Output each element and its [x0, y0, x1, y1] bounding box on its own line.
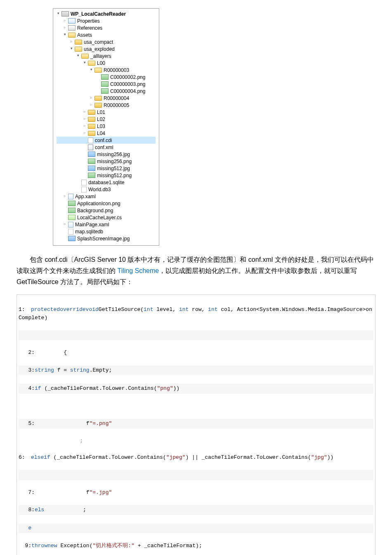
solution-explorer: WP_LocalCacheReader Properties Reference… [53, 8, 159, 246]
tree-file[interactable]: ApplicationIcon.png [57, 200, 156, 207]
folder-icon [94, 103, 102, 108]
folder-icon [94, 96, 102, 101]
folder-icon [88, 61, 95, 66]
image-icon [101, 88, 109, 94]
tree-file[interactable]: SplashScreenImage.jpg [57, 235, 156, 242]
tree-folder[interactable]: usa_exploded [57, 45, 156, 52]
file-icon [88, 138, 93, 143]
tree-file[interactable]: database1.sqlite [57, 179, 156, 186]
folder-icon [88, 110, 95, 115]
project-name: WP_LocalCacheReader [71, 11, 126, 17]
tree-assets-folder[interactable]: Assets [57, 31, 156, 38]
csharp-icon [68, 215, 76, 220]
tree-folder[interactable]: L00 [57, 59, 156, 66]
code-block: 1:protectedoverridevoidGetTileSource(int… [17, 294, 375, 555]
tree-file[interactable]: App.xaml [57, 193, 156, 200]
folder-icon [75, 47, 82, 52]
tree-properties[interactable]: Properties [57, 17, 156, 24]
xaml-icon [68, 222, 73, 228]
tree-folder[interactable]: R00000005 [57, 102, 156, 109]
tree-file[interactable]: LocalCacheLayer.cs [57, 214, 156, 221]
tree-file[interactable]: MainPage.xaml [57, 221, 156, 228]
xml-icon [88, 145, 93, 150]
tree-file[interactable]: conf.xml [57, 144, 156, 151]
folder-icon [88, 131, 95, 136]
wrench-icon [68, 18, 76, 24]
tree-file[interactable]: missing256.png [57, 158, 156, 165]
xaml-icon [68, 194, 73, 199]
image-icon [88, 159, 95, 164]
tree-references[interactable]: References [57, 24, 156, 31]
file-icon [81, 187, 87, 192]
folder-icon [88, 117, 95, 122]
tree-file[interactable]: C00000002.png [57, 74, 156, 81]
file-icon [81, 180, 87, 185]
image-icon [68, 201, 76, 206]
folder-icon [81, 54, 89, 59]
tree-folder[interactable]: L03 [57, 123, 156, 130]
folder-icon [75, 40, 82, 45]
folder-icon [94, 68, 102, 73]
tree-file[interactable]: World.db3 [57, 186, 156, 193]
tiling-scheme-link[interactable]: Tiling Scheme [117, 267, 159, 274]
image-icon [88, 173, 95, 178]
image-icon [68, 208, 76, 213]
tree-file[interactable]: Background.png [57, 207, 156, 214]
references-icon [68, 25, 76, 31]
tree-folder[interactable]: usa_compact [57, 38, 156, 45]
tree-file[interactable]: missing256.jpg [57, 151, 156, 158]
image-icon [88, 152, 95, 157]
tree-file-selected[interactable]: conf.cdi [57, 137, 156, 144]
article-paragraph: 包含 conf.cdi〔ArcGIS Server 10 版本中才有，记录了缓存… [17, 254, 375, 288]
file-icon [68, 229, 73, 235]
project-icon [61, 11, 69, 17]
tree-folder[interactable]: _alllayers [57, 52, 156, 59]
image-icon [88, 166, 95, 171]
tree-file[interactable]: missing512.png [57, 172, 156, 179]
tree-folder[interactable]: R00000003 [57, 66, 156, 74]
folder-icon [68, 33, 76, 38]
tree-project-root[interactable]: WP_LocalCacheReader [57, 10, 156, 17]
image-icon [68, 236, 76, 241]
image-icon [101, 81, 109, 87]
tree-file[interactable]: missing512.jpg [57, 165, 156, 172]
tree-file[interactable]: map.sqlitedb [57, 228, 156, 235]
tree-file[interactable]: C00000004.png [57, 88, 156, 95]
tree-folder[interactable]: L04 [57, 130, 156, 137]
tree-folder[interactable]: R00000004 [57, 95, 156, 102]
tree-folder[interactable]: L01 [57, 109, 156, 116]
tree-folder[interactable]: L02 [57, 116, 156, 123]
tree-file[interactable]: C00000003.png [57, 81, 156, 88]
folder-icon [88, 124, 95, 129]
image-icon [101, 74, 109, 80]
